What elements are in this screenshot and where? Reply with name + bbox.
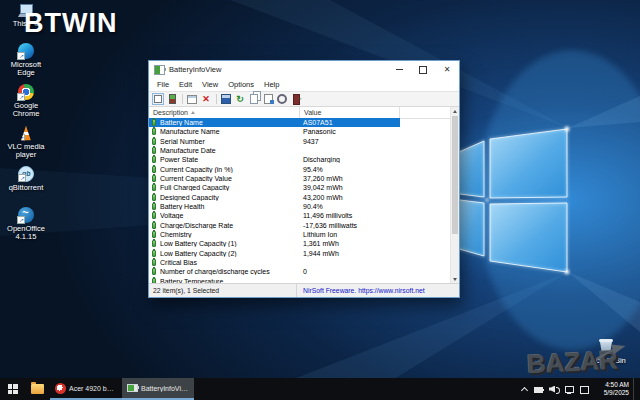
- desktop-icon-qbittorrent[interactable]: qBittorrent: [2, 166, 50, 204]
- start-button[interactable]: [0, 378, 25, 400]
- table-row[interactable]: Power State Discharging: [149, 155, 451, 164]
- row-value: 43,200 mWh: [298, 194, 400, 201]
- row-description: Current Capacity Value: [160, 175, 298, 182]
- taskbar-task-image-viewer[interactable]: Acer 4920 battery...: [50, 378, 122, 400]
- properties-icon[interactable]: [262, 93, 274, 105]
- battery-properties-icon[interactable]: [152, 93, 164, 105]
- refresh-icon[interactable]: [234, 93, 246, 105]
- battery-icon: [152, 268, 156, 275]
- table-row[interactable]: Battery Temperature: [149, 277, 451, 283]
- column-header-description[interactable]: Description: [149, 107, 300, 118]
- row-value: 1,944 mWh: [298, 250, 400, 257]
- maximize-button[interactable]: [411, 61, 435, 78]
- system-tray: 4:50 AM 5/9/2025: [519, 378, 640, 400]
- network-icon[interactable]: [564, 384, 575, 395]
- battery-icon: [152, 278, 156, 283]
- scroll-up-icon[interactable]: [451, 107, 459, 115]
- battery-properties-list: Description Value Battery Name AS07A51 M…: [149, 107, 459, 283]
- exit-icon[interactable]: [290, 93, 302, 105]
- taskbar-task-battery-app[interactable]: BatteryInfoView: [122, 378, 194, 400]
- row-value: 9437: [298, 138, 400, 145]
- table-row[interactable]: Battery Name AS07A51: [149, 118, 451, 127]
- table-row[interactable]: Critical Bias: [149, 258, 451, 267]
- row-value: 90.4%: [298, 203, 400, 210]
- advanced-options-icon[interactable]: [276, 93, 288, 105]
- battery-icon: [152, 156, 156, 163]
- app-battery-icon: [154, 65, 165, 75]
- desktop-icon-image: [18, 43, 34, 59]
- table-row[interactable]: Designed Capacity 43,200 mWh: [149, 193, 451, 202]
- table-row[interactable]: Manufacture Name Panasonic: [149, 127, 451, 136]
- row-description: Current Capacity (in %): [160, 166, 298, 173]
- view-report-icon[interactable]: [186, 93, 198, 105]
- battery-icon[interactable]: [534, 384, 545, 395]
- clock-date: 5/9/2025: [604, 389, 629, 397]
- copy-icon[interactable]: [248, 93, 260, 105]
- row-description: Charge/Discharge Rate: [160, 222, 298, 229]
- desktop-icon-image: [18, 207, 34, 223]
- task-icon: [55, 383, 66, 394]
- table-row[interactable]: Full Charged Capacity 39,042 mWh: [149, 183, 451, 192]
- chevron-up-icon[interactable]: [519, 384, 530, 395]
- battery-icon: [152, 203, 156, 210]
- row-description: Manufacture Name: [160, 128, 298, 135]
- row-value: 11,496 millivolts: [298, 212, 400, 219]
- battery-log-icon[interactable]: [166, 93, 178, 105]
- taskbar-clock[interactable]: 4:50 AM 5/9/2025: [597, 381, 629, 397]
- menu-item[interactable]: Help: [259, 80, 284, 89]
- table-row[interactable]: Manufacture Date: [149, 146, 451, 155]
- row-description: Power State: [160, 156, 298, 163]
- table-row[interactable]: Chemistry Lithium Ion: [149, 230, 451, 239]
- status-nirsoft-link[interactable]: NirSoft Freeware. https://www.nirsoft.ne…: [297, 287, 459, 294]
- menu-item[interactable]: View: [197, 80, 223, 89]
- row-description: Serial Number: [160, 138, 298, 145]
- task-icon: [127, 384, 138, 392]
- battery-icon: [152, 231, 156, 238]
- battery-icon: [152, 184, 156, 191]
- save-icon[interactable]: [220, 93, 232, 105]
- menu-item[interactable]: File: [152, 80, 174, 89]
- minimize-button[interactable]: [387, 61, 411, 78]
- table-row[interactable]: Serial Number 9437: [149, 137, 451, 146]
- desktop-icon-edge[interactable]: Microsoft Edge: [2, 43, 50, 81]
- table-row[interactable]: Battery Health 90.4%: [149, 202, 451, 211]
- row-description: Number of charge/discharge cycles: [160, 268, 298, 275]
- desktop-icon-openoffice[interactable]: OpenOffice 4.1.15: [2, 207, 50, 245]
- task-label: Acer 4920 battery...: [69, 385, 117, 392]
- desktop: BTWIN BAZAR This PC Microsoft Edge Googl…: [0, 0, 640, 400]
- file-explorer-button[interactable]: [25, 378, 50, 400]
- table-row[interactable]: Low Battery Capacity (2) 1,944 mWh: [149, 249, 451, 258]
- table-row[interactable]: Charge/Discharge Rate -17,636 milliwatts: [149, 221, 451, 230]
- scrollbar-thumb[interactable]: [452, 116, 458, 234]
- volume-icon[interactable]: [549, 384, 560, 395]
- toolbar-separator: [214, 93, 218, 105]
- battery-icon: [152, 147, 156, 154]
- show-desktop-button[interactable]: [633, 378, 638, 400]
- list-rows: Battery Name AS07A51 Manufacture Name Pa…: [149, 118, 451, 283]
- table-row[interactable]: Number of charge/discharge cycles 0: [149, 267, 451, 276]
- batteryinfoview-window: BatteryInfoView FileEditViewOptionsHelp …: [148, 60, 460, 298]
- desktop-icon-chrome[interactable]: Google Chrome: [2, 84, 50, 122]
- scroll-down-icon[interactable]: [451, 275, 459, 283]
- toolbar-separator: [180, 93, 184, 105]
- table-row[interactable]: Low Battery Capacity (1) 1,361 mWh: [149, 239, 451, 248]
- close-button[interactable]: [435, 61, 459, 78]
- battery-icon: [152, 240, 156, 247]
- table-row[interactable]: Voltage 11,496 millivolts: [149, 211, 451, 220]
- action-center-icon[interactable]: [579, 384, 590, 395]
- delete-icon[interactable]: [200, 93, 212, 105]
- row-description: Full Charged Capacity: [160, 184, 298, 191]
- table-row[interactable]: Current Capacity Value 37,260 mWh: [149, 174, 451, 183]
- desktop-icon-label: Google Chrome: [2, 102, 50, 118]
- desktop-icon-vlc[interactable]: VLC media player: [2, 125, 50, 163]
- row-value: Panasonic: [298, 128, 400, 135]
- column-header-value[interactable]: Value: [300, 107, 400, 118]
- vertical-scrollbar[interactable]: [450, 107, 459, 283]
- menu-item[interactable]: Options: [223, 80, 259, 89]
- title-bar: BatteryInfoView: [149, 61, 459, 78]
- battery-icon: [152, 128, 156, 135]
- row-value: 1,361 mWh: [298, 240, 400, 247]
- table-row[interactable]: Current Capacity (in %) 95.4%: [149, 165, 451, 174]
- desktop-icon-image: [18, 125, 34, 141]
- menu-item[interactable]: Edit: [174, 80, 197, 89]
